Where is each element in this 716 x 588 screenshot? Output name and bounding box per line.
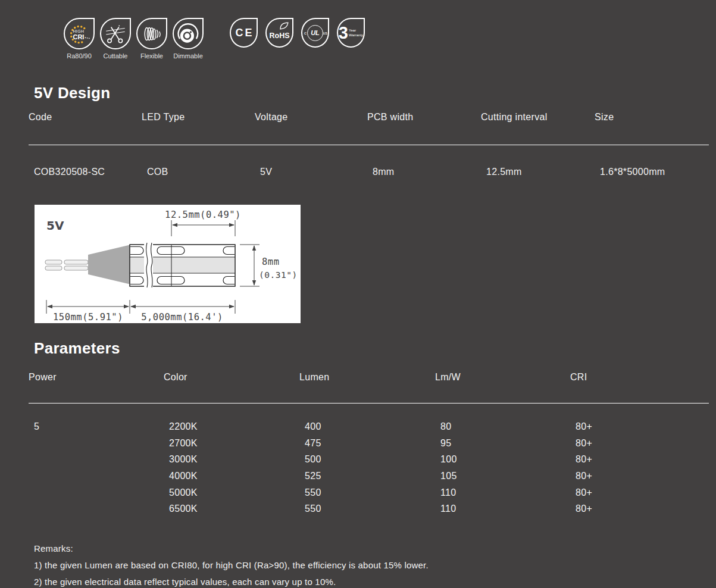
column-header: Lm/W [435, 372, 570, 383]
width-dimension-lines [240, 245, 259, 286]
strip-length-dimension: 5,000mm(16.4') [141, 312, 223, 323]
header-divider [29, 403, 709, 404]
cell-lmw: 105 [435, 471, 570, 481]
cell-lumen: 400 [299, 421, 435, 432]
column-header: Lumen [299, 372, 435, 383]
feature-badges: HIGH CRI Ra80/90 [64, 18, 204, 60]
cuttable-badge: Cuttable [100, 18, 131, 60]
cell-lumen: 525 [299, 471, 435, 481]
width-dimension: 8mm [262, 257, 280, 267]
strip-drawing: 5V [35, 205, 301, 323]
cell-lmw: 100 [435, 454, 570, 465]
cell-cri: 80+ [570, 421, 709, 432]
wire-leads-icon [45, 260, 88, 270]
dimmer-knob-icon [176, 21, 201, 46]
connector-icon [88, 245, 130, 284]
warranty-years: 3 [339, 24, 348, 42]
cell-color: 2700K [164, 438, 299, 449]
cell-cri: 80+ [570, 438, 709, 449]
design-table: Code LED Type Voltage PCB width Cutting … [29, 112, 709, 189]
cell-cri: 80+ [570, 487, 709, 498]
ul-prefix: c [304, 30, 307, 36]
cell-cri: 80+ [570, 471, 709, 481]
cell-color: 4000K [164, 471, 299, 481]
warranty-badge: 3 Year Warranty [339, 24, 363, 42]
datasheet-page: HIGH CRI Ra80/90 [0, 0, 716, 588]
ul-mark: UL [307, 25, 323, 41]
table-row: 4000K 525 105 80+ [29, 468, 709, 484]
strip-dimension-diagram: 5V [35, 205, 301, 323]
table-row: COB320508-SC COB 5V 8mm 12.5mm 1.6*8*500… [29, 167, 709, 177]
feature-label: Flexible [140, 52, 163, 60]
flexible-badge: Flexible [136, 18, 167, 60]
warranty-icon: 3 Year Warranty [337, 18, 365, 48]
parameters-table: Power Color Lumen Lm/W CRI 5 2200K 400 8… [29, 372, 709, 521]
cell-led-type: COB [142, 167, 255, 177]
svg-text:HIGH: HIGH [73, 29, 84, 33]
cell-lmw: 95 [435, 438, 570, 449]
top-dimension-lines [171, 220, 235, 236]
column-header: Power [29, 372, 164, 383]
table-row: 3000K 500 100 80+ [29, 451, 709, 468]
parameters-section-title: Parameters [34, 339, 120, 358]
column-header: CRI [570, 372, 709, 383]
cell-color: 6500K [164, 503, 299, 514]
table-row: 6500K 550 110 80+ [29, 501, 709, 517]
dimmable-icon [173, 18, 204, 49]
feature-label: Dimmable [173, 52, 203, 60]
remark-line: 2) the given electrical data reflect typ… [34, 574, 429, 588]
cell-voltage: 5V [255, 167, 367, 177]
cell-lumen: 550 [299, 487, 435, 498]
flexible-icon [136, 18, 167, 49]
parameters-rows: 5 2200K 400 80 80+ 2700K 475 95 80+ 3000… [29, 418, 709, 517]
leaf-icon [280, 22, 289, 30]
remarks-title: Remarks: [34, 540, 429, 557]
column-header: Cutting interval [481, 112, 595, 123]
scissors-icon [103, 21, 128, 46]
warranty-text-2: Warranty [349, 33, 363, 37]
cri-dots-icon: HIGH CRI [67, 21, 92, 46]
warranty-text-1: Year [349, 28, 363, 33]
cell-lumen: 475 [299, 438, 435, 449]
table-row: 2700K 475 95 80+ [29, 435, 709, 452]
width-dimension-inches: (0.31") [259, 270, 298, 280]
feature-label: Cuttable [104, 52, 128, 60]
ce-mark-icon: CE [230, 18, 258, 48]
cell-lumen: 500 [299, 454, 435, 465]
cell-power: 5 [29, 421, 164, 432]
remark-line: 1) the given Lumen are based on CRI80, f… [34, 557, 429, 574]
table-row: 5 2200K 400 80 80+ [29, 418, 709, 435]
cell-lmw: 110 [435, 487, 570, 498]
design-table-header: Code LED Type Voltage PCB width Cutting … [29, 112, 709, 123]
cell-lmw: 110 [435, 503, 570, 514]
column-header: LED Type [142, 112, 255, 123]
column-header: PCB width [367, 112, 481, 123]
ce-mark: CE [235, 27, 254, 39]
cell-cri: 80+ [570, 454, 709, 465]
cell-cri: 80+ [570, 503, 709, 514]
remarks: Remarks: 1) the given Lumen are based on… [34, 540, 429, 588]
column-header: Color [164, 372, 299, 383]
header-divider [29, 145, 709, 145]
column-header: Size [595, 112, 709, 123]
ul-icon: c UL us [301, 18, 329, 48]
cuttable-icon [100, 18, 131, 49]
cell-color: 3000K [164, 454, 299, 465]
rohs-icon: RoHS [265, 18, 293, 48]
lead-length-dimension: 150mm(5.91") [53, 312, 123, 323]
cell-pcb-width: 8mm [367, 167, 481, 177]
rohs-mark: RoHS [269, 32, 289, 40]
cell-cutting-interval: 12.5mm [481, 167, 595, 177]
cell-color: 2200K [164, 421, 299, 432]
cell-color: 5000K [164, 487, 299, 498]
cell-code: COB320508-SC [29, 167, 142, 177]
feature-label: Ra80/90 [67, 52, 92, 60]
cell-size: 1.6*8*5000mm [595, 167, 709, 177]
column-header: Voltage [255, 112, 367, 123]
badge-row: HIGH CRI Ra80/90 [64, 18, 365, 60]
cutting-interval-dimension: 12.5mm(0.49") [165, 209, 241, 220]
dimmable-badge: Dimmable [173, 18, 204, 60]
led-strip-icon [124, 243, 243, 287]
high-cri-badge: HIGH CRI Ra80/90 [64, 18, 95, 60]
svg-text:CRI: CRI [73, 33, 84, 40]
